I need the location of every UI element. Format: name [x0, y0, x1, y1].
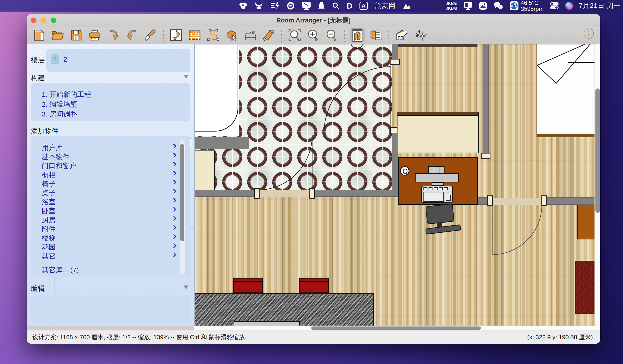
docker-icon[interactable]: D — [347, 0, 353, 12]
measure-label: 3,5 m — [245, 31, 255, 34]
wechat-icon[interactable] — [493, 0, 503, 12]
penguin-icon[interactable] — [318, 0, 325, 12]
door-threshold — [257, 190, 312, 197]
sink[interactable] — [234, 321, 300, 325]
photos-icon[interactable] — [479, 0, 488, 12]
object-3d-select-button[interactable] — [224, 28, 239, 43]
display-prefs-icon[interactable] — [463, 0, 473, 12]
vertical-scrollbar[interactable] — [595, 44, 600, 325]
category-item[interactable]: 基本物件 — [42, 152, 69, 162]
brick-wall-button[interactable] — [187, 28, 202, 43]
close-button[interactable] — [31, 18, 36, 23]
title-bar[interactable]: Room Arranger - [无标题] — [27, 14, 600, 27]
room-arranger-window: Room Arranger - [无标题] — [27, 14, 600, 344]
format-paint-button[interactable] — [143, 28, 158, 43]
edit-section-title: 编辑 — [31, 284, 45, 293]
input-source-icon[interactable]: A — [359, 2, 368, 10]
category-item[interactable]: 其它 — [42, 251, 56, 261]
fan-icon[interactable] — [509, 0, 519, 12]
stats-icon[interactable] — [402, 0, 411, 12]
search-icon[interactable] — [332, 0, 340, 12]
collapse-build-icon[interactable] — [183, 75, 189, 79]
monitor[interactable] — [415, 173, 459, 182]
category-scrollbar-thumb[interactable] — [180, 144, 184, 241]
brown-cabinet[interactable] — [577, 205, 595, 240]
collapse-edit-icon[interactable] — [183, 285, 189, 289]
new-document-button[interactable] — [32, 28, 46, 43]
circles-cluster-icon[interactable] — [239, 0, 247, 12]
wall-editor-button[interactable] — [169, 28, 183, 43]
render-light-button[interactable] — [413, 28, 428, 43]
draw-walls-button[interactable] — [262, 28, 276, 43]
category-scrollbar[interactable] — [180, 140, 185, 275]
build-step-link[interactable]: 3. 房间调整 — [42, 110, 77, 119]
info-button[interactable]: i — [584, 28, 594, 39]
more-libraries-link[interactable]: 其它库... (7) — [42, 265, 79, 275]
build-step-link[interactable]: 2. 编辑墙壁 — [42, 100, 77, 109]
view-3d-button[interactable] — [350, 28, 365, 43]
menu-date[interactable]: 7月21日 周一 — [579, 1, 621, 10]
select-objects-button[interactable] — [206, 28, 221, 43]
zoom-in-button[interactable] — [306, 28, 321, 43]
view-object-list-button[interactable] — [369, 28, 383, 43]
door-jamb — [541, 195, 547, 206]
red-stool[interactable] — [299, 278, 329, 293]
desk-lamp[interactable] — [400, 166, 409, 176]
toolbar-separator — [344, 29, 345, 42]
red-stool[interactable] — [233, 278, 263, 293]
category-item[interactable]: 厨房 — [42, 215, 56, 225]
zoom-selection-button[interactable] — [287, 28, 302, 43]
category-item[interactable]: 桌子 — [42, 188, 56, 198]
red-rug[interactable] — [575, 261, 595, 314]
wall — [194, 190, 257, 197]
category-item[interactable]: 附件 — [42, 224, 56, 234]
category-item[interactable]: 花园 — [42, 243, 56, 252]
print-button[interactable] — [87, 28, 102, 43]
control-center-icon[interactable] — [550, 0, 559, 12]
floor-2-button[interactable]: 2 — [63, 55, 67, 63]
door-jamb — [390, 59, 400, 65]
list-lightning-icon[interactable] — [270, 0, 280, 12]
build-step-link[interactable]: 1. 开始新的工程 — [42, 90, 91, 99]
category-item[interactable]: 卧室 — [42, 206, 56, 216]
open-project-button[interactable] — [50, 28, 65, 43]
sideboard[interactable] — [398, 44, 477, 47]
redo-button[interactable] — [124, 28, 139, 43]
floors-panel — [46, 49, 190, 72]
category-item[interactable]: 楼梯 — [42, 233, 56, 243]
display-icon[interactable] — [302, 0, 311, 12]
keyboard[interactable] — [421, 186, 453, 203]
bathtub[interactable] — [195, 44, 239, 136]
floor-1-button[interactable]: 1 — [51, 54, 59, 64]
ox-icon[interactable] — [254, 0, 263, 12]
category-item[interactable]: 门口和窗户 — [42, 161, 76, 171]
vertical-scrollbar-thumb[interactable] — [595, 88, 600, 213]
category-item[interactable]: 椅子 — [42, 179, 56, 189]
zoom-button[interactable] — [51, 18, 56, 23]
minimize-button[interactable] — [41, 18, 46, 23]
toolbar-separator — [281, 29, 282, 42]
door-jamb — [487, 195, 493, 206]
door-jamb — [254, 188, 260, 199]
horizontal-scrollbar-thumb[interactable] — [311, 326, 481, 330]
office-chair[interactable] — [425, 203, 454, 224]
category-item[interactable]: 浴室 — [42, 197, 56, 207]
horizontal-scrollbar[interactable] — [194, 325, 600, 330]
granite-counter[interactable] — [195, 293, 374, 325]
save-button[interactable] — [69, 28, 84, 43]
house-3d-button[interactable]: 3D — [394, 28, 409, 43]
menu-app-label[interactable]: 割麦网 — [375, 1, 396, 10]
plug-icon[interactable] — [287, 0, 295, 12]
floor-plan-canvas[interactable] — [194, 44, 595, 325]
category-item[interactable]: 橱柜 — [42, 170, 56, 180]
cream-bed[interactable] — [397, 115, 479, 153]
zoom-out-button[interactable] — [324, 28, 339, 43]
category-item[interactable]: 用户库 — [42, 143, 63, 153]
fan-rpm: 3598rpm — [521, 6, 544, 12]
siri-icon[interactable] — [565, 2, 573, 10]
cream-cabinet[interactable] — [194, 150, 215, 191]
network-speed[interactable]: 0KB/s0KB/s — [445, 1, 457, 11]
measure-button[interactable]: 3,5 m — [243, 28, 258, 43]
undo-button[interactable] — [106, 28, 121, 43]
white-bed[interactable] — [536, 44, 595, 134]
